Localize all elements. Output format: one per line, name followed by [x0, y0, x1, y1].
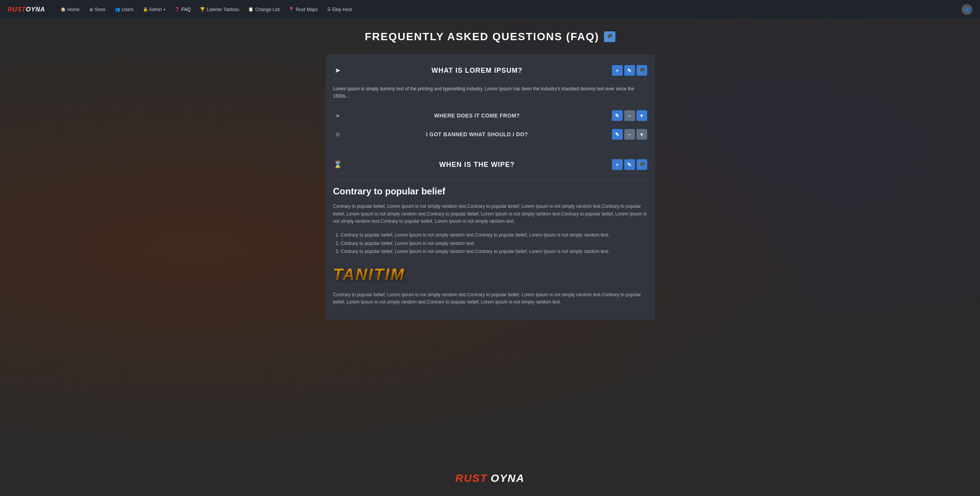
nav-changelist[interactable]: 📋 Change List — [244, 5, 283, 15]
footer: RUST OYNA — [0, 457, 980, 496]
edit-icon-banned: ✎ — [615, 132, 619, 137]
wipe-section: Contrary to popular belief Contrary to p… — [333, 179, 647, 306]
menu-icon: ☰ — [327, 7, 331, 12]
brand-logo[interactable]: RUST OYNA — [8, 6, 45, 13]
faq-header-wipe: ⌛ WHEN IS THE WIPE? + ✎ 🏴 — [333, 156, 647, 173]
plus-icon-2: + — [616, 162, 619, 168]
page-title: FREQUENTLY ASKED QUESTIONS (FAQ) — [365, 31, 599, 43]
nav-rustmaps[interactable]: 📍 Rust Maps — [285, 5, 321, 15]
store-icon: 🖥 — [89, 7, 93, 12]
faq-item-lorem-ipsum: ➤ WHAT IS LOREM IPSUM? + ✎ 🏴 — [333, 62, 647, 144]
sub-actions-where: ✎ − ▾ — [612, 110, 647, 121]
wipe-list: Contrary to popular belief, Lorem Ipsum … — [341, 231, 647, 256]
ban-icon: ⊘ — [333, 131, 342, 137]
sub-edit-banned[interactable]: ✎ — [612, 129, 623, 140]
nav-store-label: Store — [95, 7, 106, 12]
play-icon: ➤ — [333, 66, 342, 75]
home-icon: 🏠 — [61, 7, 66, 12]
nav-items: 🏠 Home 🖥 Store 👥 Users 🔒 Admin ▾ ❓ FAQ — [57, 5, 954, 15]
brand-rust: RUST — [8, 6, 26, 13]
trophy-icon: 🏆 — [200, 7, 205, 12]
tanitim-text: TANITIM — [333, 265, 405, 284]
sub-actions-banned: ✎ − ▾ — [612, 129, 647, 140]
faq-flag-button-2[interactable]: 🏴 — [636, 159, 647, 170]
wipe-subtitle: Contrary to popular belief — [333, 186, 647, 197]
edit-icon-2: ✎ — [627, 162, 632, 168]
faq-item-wipe: ⌛ WHEN IS THE WIPE? + ✎ 🏴 — [333, 156, 647, 306]
nav-admin[interactable]: 🔒 Admin ▾ — [139, 5, 169, 15]
sub-edit-where[interactable]: ✎ — [612, 110, 623, 121]
faq-flag-button-1[interactable]: 🏴 — [636, 65, 647, 76]
faq-header-lorem-ipsum: ➤ WHAT IS LOREM IPSUM? + ✎ 🏴 — [333, 62, 647, 79]
play-icon-sub: ➤ — [333, 113, 342, 119]
nav-store[interactable]: 🖥 Store — [85, 5, 110, 15]
minus-icon-banned: − — [628, 132, 631, 137]
brand-oyna: OYNA — [26, 6, 45, 13]
clipboard-icon: 📋 — [248, 7, 254, 12]
sub-collapse-banned[interactable]: ▾ — [636, 129, 647, 140]
faq-actions-wipe: + ✎ 🏴 — [612, 159, 647, 170]
nav-home[interactable]: 🏠 Home — [57, 5, 83, 15]
faq-add-button-1[interactable]: + — [612, 65, 623, 76]
nav-ekiphost[interactable]: ☰ Ekip Host — [323, 5, 356, 15]
flag-icon: 🏴 — [606, 34, 613, 40]
main-card: ➤ WHAT IS LOREM IPSUM? + ✎ 🏴 — [326, 54, 655, 320]
sub-minus-where[interactable]: − — [624, 110, 635, 121]
minus-icon: − — [628, 113, 631, 119]
faq-title-wipe: WHEN IS THE WIPE? — [347, 161, 607, 169]
nav-users-label: Users — [122, 7, 134, 12]
sub-title-banned: I GOT BANNED WHAT SHOULD I DO? — [346, 131, 608, 137]
tanitim-logo: TANITIM — [333, 265, 647, 284]
user-avatar[interactable]: 👤 — [962, 4, 972, 15]
nav-users[interactable]: 👥 Users — [111, 5, 137, 15]
hourglass-icon: ⌛ — [333, 160, 342, 169]
list-item: Contrary to popular belief, Lorem Ipsum … — [341, 231, 647, 240]
footer-oyna: OYNA — [491, 472, 525, 485]
page-content: FREQUENTLY ASKED QUESTIONS (FAQ) 🏴 ➤ WHA… — [0, 19, 980, 457]
chevron-down-icon: ▾ — [164, 8, 165, 11]
faq-edit-button-2[interactable]: ✎ — [624, 159, 635, 170]
nav-changelist-label: Change List — [255, 7, 280, 12]
plus-icon: + — [616, 68, 619, 73]
faq-icon: ❓ — [175, 7, 180, 12]
flag-icon-2: 🏴 — [639, 162, 645, 168]
faq-actions-lorem-ipsum: + ✎ 🏴 — [612, 65, 647, 76]
chevron-icon-banned: ▾ — [640, 132, 643, 137]
faq-edit-button-1[interactable]: ✎ — [624, 65, 635, 76]
faq-title-lorem-ipsum: WHAT IS LOREM IPSUM? — [347, 67, 607, 75]
navbar: RUST OYNA 🏠 Home 🖥 Store 👥 Users 🔒 Admin… — [0, 0, 980, 19]
faq-sub-items: ➤ WHERE DOES IT COME FROM? ✎ − ▾ — [333, 106, 647, 144]
nav-rustmaps-label: Rust Maps — [296, 7, 317, 12]
faq-content-lorem-ipsum: Lorem Ipsum is simply dummy text of the … — [333, 79, 647, 103]
flag-icon-1: 🏴 — [639, 68, 645, 73]
nav-liderler-label: Liderler Tablosu — [207, 7, 239, 12]
lock-icon: 🔒 — [143, 7, 148, 12]
sub-minus-banned[interactable]: − — [624, 129, 635, 140]
list-item: Contrary to popular belief, Lorem Ipsum … — [341, 240, 647, 248]
list-item: Contrary to popular belief, Lorem Ipsum … — [341, 248, 647, 256]
section-divider — [333, 150, 647, 150]
wipe-intro-text: Contrary to popular belief, Lorem Ipsum … — [333, 203, 647, 225]
avatar-icon: 👤 — [964, 7, 970, 12]
footer-brand: RUST OYNA — [455, 472, 525, 485]
faq-sub-item-where: ➤ WHERE DOES IT COME FROM? ✎ − ▾ — [333, 106, 647, 125]
nav-faq[interactable]: ❓ FAQ — [171, 5, 195, 15]
nav-admin-label: Admin — [149, 7, 162, 12]
sub-collapse-where[interactable]: ▾ — [636, 110, 647, 121]
faq-add-button-2[interactable]: + — [612, 159, 623, 170]
page-title-container: FREQUENTLY ASKED QUESTIONS (FAQ) 🏴 — [8, 31, 972, 43]
title-flag-button[interactable]: 🏴 — [604, 31, 615, 42]
nav-liderler[interactable]: 🏆 Liderler Tablosu — [196, 5, 243, 15]
nav-faq-label: FAQ — [182, 7, 191, 12]
sub-title-where: WHERE DOES IT COME FROM? — [346, 113, 608, 119]
edit-icon-sub: ✎ — [615, 113, 619, 119]
tanitim-content: Contrary to popular belief, Lorem Ipsum … — [333, 291, 647, 306]
footer-rust: RUST — [455, 472, 488, 485]
chevron-icon: ▾ — [640, 113, 643, 119]
nav-home-label: Home — [67, 7, 80, 12]
nav-ekiphost-label: Ekip Host — [332, 7, 352, 12]
map-pin-icon: 📍 — [289, 7, 294, 12]
edit-icon: ✎ — [627, 68, 632, 73]
users-icon: 👥 — [115, 7, 120, 12]
faq-sub-item-banned: ⊘ I GOT BANNED WHAT SHOULD I DO? ✎ − ▾ — [333, 125, 647, 144]
